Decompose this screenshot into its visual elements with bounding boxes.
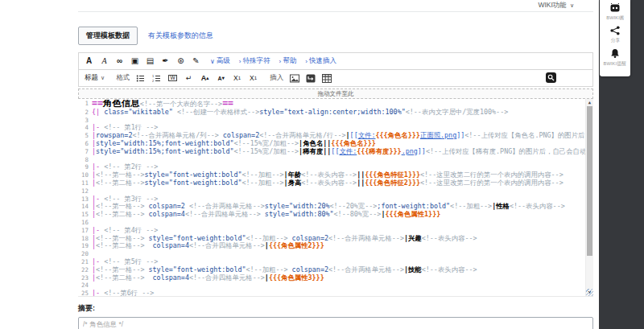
redirect-icon[interactable]	[305, 74, 316, 83]
line-number: 24	[78, 282, 92, 290]
bold-icon[interactable]: A	[85, 57, 93, 65]
line-number: 12	[78, 187, 92, 195]
reference-icon[interactable]: ▤	[146, 57, 155, 65]
bell-icon	[610, 48, 620, 59]
main-column: WIKI功能 ∨ 管理模板数据 有关模板参数的信息 AA∞▣▤✒⊛✎ ∨高级›特…	[0, 0, 599, 329]
insert-group-label: 插入	[270, 73, 283, 83]
svg-text:2: 2	[152, 79, 155, 83]
image-icon[interactable]: ▣	[130, 57, 139, 65]
code-line[interactable]: 12	[78, 187, 585, 195]
line-number: 14	[78, 203, 92, 211]
code-line[interactable]: 13|- <!-- 第3行 -->	[78, 195, 585, 204]
code-line[interactable]: 7|style="width:15%;font-weight:bold"<!--…	[78, 148, 585, 156]
link-icon[interactable]: ∞	[115, 57, 124, 65]
bwiki-mascot-icon	[609, 3, 621, 13]
code-line[interactable]: 19|<!--第二格--> colspan=4<!--合并四格单元格-->|{{…	[78, 242, 585, 250]
line-number: 19	[78, 242, 92, 250]
insert-image-icon[interactable]	[289, 74, 299, 83]
summary-input[interactable]	[78, 317, 593, 329]
toolbar-main: AA∞▣▤✒⊛✎ ∨高级›特殊字符›帮助›快速插入	[78, 52, 593, 70]
subscript-icon[interactable]: X1	[248, 75, 258, 82]
editor-scrollbar[interactable]: ▲ ▼	[585, 99, 593, 296]
bwiki-mascot-label: BWIKI酱	[606, 14, 624, 21]
code-line[interactable]: 18|<!--第一格--> style="font-weight:bold"<!…	[78, 235, 585, 243]
bwiki-side-panel: BWIKI酱 分享 BWIKI提醒	[600, 0, 630, 76]
share-label: 分享	[610, 37, 620, 43]
action-row: 管理模板数据 有关模板参数的信息	[78, 27, 593, 45]
search-replace-icon[interactable]	[546, 72, 556, 83]
line-number: 20	[78, 250, 92, 258]
chevron-down-icon: ∨	[101, 75, 105, 81]
manage-template-data-button[interactable]: 管理模板数据	[78, 27, 138, 45]
code-line[interactable]: 22|<!--第一格--> style="font-weight:bold"<!…	[78, 266, 585, 274]
file-drop-zone[interactable]: 拖动文件至此	[78, 88, 593, 99]
big-text-icon[interactable]: A▴	[200, 75, 210, 82]
scroll-up-arrow[interactable]: ▲	[586, 99, 593, 106]
template-icon[interactable]: ⊛	[176, 57, 185, 65]
numbered-list-icon[interactable]: 12	[151, 74, 162, 83]
line-number: 4	[78, 124, 92, 132]
code-line[interactable]: 21|- <!-- 第5行 -->	[78, 258, 585, 266]
code-line[interactable]: 17|- <!-- 第4行 -->	[78, 227, 585, 235]
edit-page-content: 管理模板数据 有关模板参数的信息 AA∞▣▤✒⊛✎ ∨高级›特殊字符›帮助›快速…	[78, 27, 593, 329]
code-line[interactable]: 15|<!--第二格--> colspan=4<!--合并四格单元格--> st…	[78, 211, 585, 219]
resize-grip[interactable]	[586, 289, 593, 296]
line-number: 17	[78, 227, 92, 235]
summary-label: 摘要:	[78, 303, 593, 314]
italic-icon[interactable]: A	[100, 57, 109, 65]
code-line[interactable]: 23|<!--第二格--> colspan=4<!--合并四格单元格-->|{{…	[78, 274, 585, 282]
code-line[interactable]: 3	[78, 117, 585, 125]
line-number: 7	[78, 148, 92, 156]
code-line[interactable]: 25|- <!--第6行 -->	[78, 290, 585, 296]
code-line[interactable]: 1==角色信息<!--第一个大表的名字-->==	[78, 100, 585, 109]
toolbar-sections: ∨高级›特殊字符›帮助›快速插入	[210, 56, 336, 66]
code-line[interactable]: 14|<!--第一格--> colspan=2 <!--合并两格单元格-->st…	[78, 203, 585, 211]
bulleted-list-icon[interactable]	[135, 74, 146, 83]
section-quick-insert[interactable]: ›快速插入	[305, 56, 336, 66]
superscript-icon[interactable]: X1	[232, 75, 242, 82]
code-editor[interactable]: 1==角色信息<!--第一个大表的名字-->==2{| class="wikit…	[78, 99, 593, 297]
bwiki-mascot-item[interactable]: BWIKI酱	[605, 3, 625, 22]
code-line[interactable]: 5|rowspan=2<!--合并两格单元格/列--> colspan=2<!-…	[78, 132, 585, 140]
newline-icon[interactable]: ↵	[184, 75, 194, 82]
line-number: 13	[78, 195, 92, 204]
code-line[interactable]: 9|- <!-- 第2行 -->	[78, 163, 585, 171]
line-number: 3	[78, 117, 92, 125]
code-line[interactable]: 20	[78, 250, 585, 258]
summary-section: 摘要:	[78, 303, 593, 329]
insert-table-icon[interactable]	[321, 74, 332, 83]
code-line[interactable]: 2{| class="wikitable" <!--创建一个表格样式-->sty…	[78, 109, 585, 117]
heading-dropdown[interactable]: 标题 ∨	[85, 73, 105, 83]
template-params-info-link[interactable]: 有关模板参数的信息	[148, 31, 213, 41]
wiki-functions-menu[interactable]: WIKI功能	[538, 1, 566, 10]
line-number: 23	[78, 274, 92, 282]
code-line[interactable]: 16	[78, 219, 585, 227]
code-line[interactable]: 24	[78, 282, 585, 290]
scrollbar-thumb[interactable]	[587, 106, 592, 256]
small-text-icon[interactable]: A▾	[216, 76, 226, 81]
line-number: 16	[78, 219, 92, 227]
section-advanced[interactable]: ∨高级	[210, 56, 230, 66]
chevron-down-icon[interactable]: ∨	[570, 2, 574, 9]
share-icon	[610, 26, 620, 35]
code-area[interactable]: 1==角色信息<!--第一个大表的名字-->==2{| class="wikit…	[78, 99, 585, 296]
section-special-chars[interactable]: ›特殊字符	[239, 56, 270, 66]
bwiki-notice-item[interactable]: BWIKI提醒	[602, 48, 627, 68]
signature-icon[interactable]: ✒	[161, 57, 170, 65]
drop-zone-label: 拖动文件至此	[318, 90, 354, 98]
line-number: 11	[78, 179, 92, 187]
svg-text:1: 1	[152, 74, 155, 78]
share-item[interactable]: 分享	[610, 26, 621, 44]
code-line[interactable]: 6|style="width:15%;font-weight:bold"<!--…	[78, 140, 585, 148]
code-line[interactable]: 10|<!--第一格-->style="font-weight:bold"<!-…	[78, 171, 585, 179]
code-line[interactable]: 8	[78, 156, 585, 164]
line-number: 2	[78, 109, 92, 117]
pencil-icon[interactable]: ✎	[192, 57, 200, 65]
line-number: 22	[78, 266, 92, 274]
nowiki-icon[interactable]: W	[167, 75, 178, 82]
line-number: 9	[78, 163, 92, 171]
section-help[interactable]: ›帮助	[279, 56, 297, 66]
code-line[interactable]: 11|<!--第二格-->style="font-weight:bold"<!-…	[78, 179, 585, 187]
code-line[interactable]: 4|- <!-- 第1行 -->	[78, 124, 585, 132]
top-bar: WIKI功能 ∨	[78, 0, 593, 12]
